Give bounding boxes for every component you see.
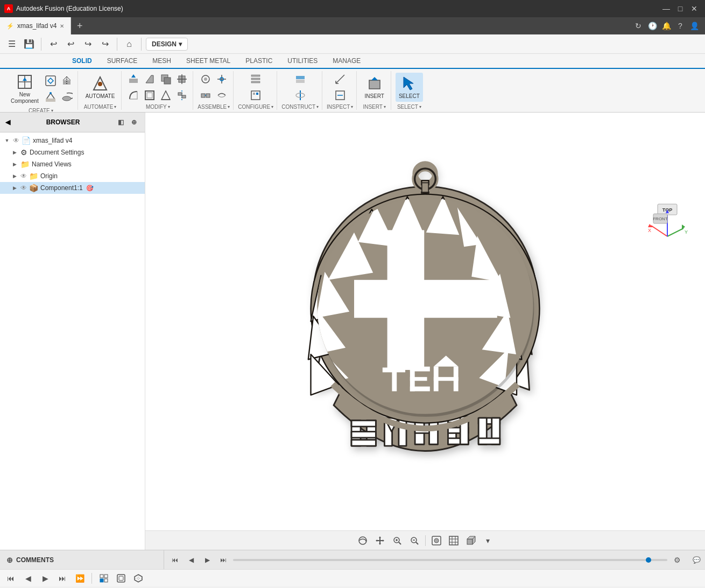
create-sketch-button[interactable] (43, 89, 58, 104)
status-last-button[interactable]: ⏩ (73, 572, 86, 585)
clock-button[interactable]: 🕐 (646, 19, 659, 32)
status-first-button[interactable]: ⏮ (4, 572, 17, 585)
orbit-button[interactable] (355, 533, 370, 548)
as-built-joint-button[interactable] (198, 88, 213, 103)
close-button[interactable]: ✕ (688, 2, 701, 15)
extrude-button[interactable] (59, 73, 74, 88)
automate-button[interactable]: AUTOMATE (82, 73, 118, 102)
timeline-play-button[interactable]: ▶ (201, 554, 214, 566)
comments-section[interactable]: ⊕ COMMENTS (0, 550, 164, 569)
maximize-button[interactable]: □ (674, 2, 687, 15)
sidebar-collapse-icon[interactable]: ◧ (116, 117, 126, 128)
tree-expand-origin[interactable]: ▶ (11, 173, 18, 179)
user-button[interactable]: 👤 (688, 19, 701, 32)
tree-item-named-views[interactable]: ▶ 📁 Named Views (0, 158, 145, 170)
status-3d-button[interactable] (132, 572, 145, 585)
undo-button[interactable]: ↩ (46, 37, 61, 52)
move-button[interactable] (174, 72, 189, 87)
undo2-button[interactable]: ↩ (63, 37, 78, 52)
shell-button[interactable] (142, 88, 157, 103)
status-play-button[interactable]: ▶ (39, 572, 52, 585)
tree-expand-component1[interactable]: ▶ (11, 185, 18, 191)
tree-eye-component1[interactable]: 👁 (20, 184, 27, 192)
display-mode-button[interactable] (429, 533, 444, 548)
joint-origin-button[interactable] (214, 72, 229, 87)
new-tab-button[interactable]: + (71, 17, 88, 34)
tab-manage[interactable]: MANAGE (325, 54, 368, 69)
status-view-button[interactable] (115, 572, 128, 585)
status-grid-button[interactable] (97, 572, 110, 585)
align-button[interactable] (174, 88, 189, 103)
hamburger-menu-button[interactable]: ☰ (4, 37, 19, 52)
tree-expand-doc-settings[interactable]: ▶ (11, 150, 18, 155)
press-pull-button[interactable] (126, 72, 141, 87)
configure-btn2[interactable] (248, 88, 263, 103)
redo2-button[interactable]: ↪ (97, 37, 112, 52)
insert-button[interactable]: INSERT (361, 73, 387, 102)
tab-sheet-metal[interactable]: SHEET METAL (179, 54, 238, 69)
tab-mesh[interactable]: MESH (145, 54, 179, 69)
refresh-button[interactable]: ↻ (632, 19, 645, 32)
scale-button[interactable] (158, 88, 173, 103)
revolve-button[interactable] (59, 89, 74, 104)
view-cube-button[interactable] (463, 533, 478, 548)
document-tab[interactable]: ⚡ xmas_lifad v4 ✕ (0, 17, 71, 34)
create-form-button[interactable] (43, 73, 58, 88)
joint-button[interactable] (198, 72, 213, 87)
new-component-button[interactable]: NewComponent (8, 71, 42, 107)
tree-expand-named-views[interactable]: ▶ (11, 162, 18, 167)
select-button[interactable]: SELECT (396, 73, 423, 102)
viewport[interactable]: TOP FRONT X Y (145, 113, 705, 550)
offset-plane-button[interactable] (293, 72, 308, 87)
tree-item-root[interactable]: ▼ 👁 📄 xmas_lifad v4 (0, 135, 145, 146)
status-prev-button[interactable]: ◀ (22, 572, 34, 585)
sidebar-options-icon[interactable]: ⊕ (129, 117, 139, 128)
tree-item-component1[interactable]: ▶ 👁 📦 Component1:1 🎯 (0, 182, 145, 194)
interference-button[interactable] (333, 88, 348, 103)
pan-button[interactable] (372, 533, 387, 548)
zoom-in-button[interactable] (390, 533, 405, 548)
grid-button[interactable] (446, 533, 461, 548)
axis-button[interactable] (293, 88, 308, 103)
notification-button[interactable]: 🔔 (660, 19, 673, 32)
svg-point-11 (98, 82, 102, 86)
main-area: ◀ BROWSER ◧ ⊕ ▼ 👁 📄 xmas_lifad v4 ▶ ⚙ Do… (0, 113, 705, 550)
fillet-button[interactable] (126, 88, 141, 103)
sidebar-back-icon[interactable]: ◀ (5, 118, 10, 126)
comments-expand-icon[interactable]: ⊕ (6, 556, 13, 564)
vp-more-button[interactable]: ▾ (481, 533, 496, 548)
ribbon-group-assemble: ASSEMBLE ▾ (194, 71, 234, 110)
home-button[interactable]: ⌂ (122, 37, 137, 52)
orientation-cube[interactable]: TOP FRONT X Y (646, 199, 689, 242)
tree-item-doc-settings[interactable]: ▶ ⚙ Document Settings (0, 146, 145, 158)
save-button[interactable]: 💾 (22, 37, 37, 52)
timeline-track[interactable] (233, 559, 667, 561)
zoom-to-fit-button[interactable] (407, 533, 422, 548)
timeline-next-button[interactable]: ⏭ (217, 554, 230, 566)
tab-solid[interactable]: SOLID (65, 54, 100, 69)
timeline-first-button[interactable]: ⏮ (168, 554, 181, 566)
motion-link-button[interactable] (214, 88, 229, 103)
tree-eye-root[interactable]: 👁 (13, 137, 19, 144)
chat-button[interactable]: 💬 (688, 556, 705, 564)
design-dropdown-button[interactable]: DESIGN ▾ (146, 38, 188, 51)
tab-utilities[interactable]: UTILITIES (280, 54, 325, 69)
parameters-button[interactable] (248, 72, 263, 87)
svg-rect-37 (251, 91, 260, 100)
measure-button[interactable] (333, 72, 348, 87)
tree-item-origin[interactable]: ▶ 👁 📁 Origin (0, 170, 145, 182)
timeline-prev-button[interactable]: ◀ (185, 554, 198, 566)
tab-plastic[interactable]: PLASTIC (238, 54, 280, 69)
help-button[interactable]: ? (674, 19, 687, 32)
status-fast-forward-button[interactable]: ⏭ (56, 572, 69, 585)
tab-close-button[interactable]: ✕ (60, 23, 64, 29)
timeline-settings-button[interactable]: ⚙ (671, 554, 683, 566)
tab-surface[interactable]: SURFACE (100, 54, 145, 69)
tree-eye-origin[interactable]: 👁 (20, 172, 27, 180)
minimize-button[interactable]: — (660, 2, 673, 15)
chamfer-button[interactable] (142, 72, 157, 87)
tree-expand-root[interactable]: ▼ (3, 138, 11, 143)
redo-button[interactable]: ↪ (80, 37, 95, 52)
combine-button[interactable] (158, 72, 173, 87)
svg-rect-15 (147, 93, 152, 98)
